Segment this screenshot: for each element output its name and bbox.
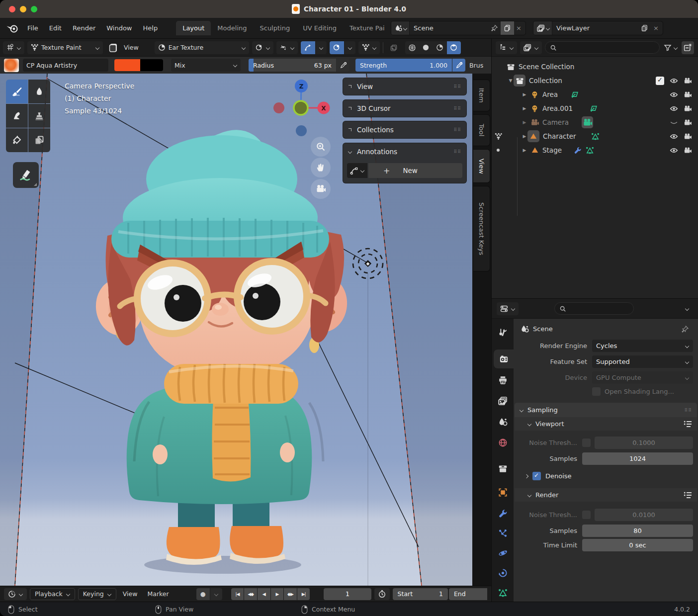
panel-annotations[interactable]: Annotations + New	[343, 143, 467, 183]
tab-item[interactable]: Item	[473, 80, 490, 111]
previous-keyframe-button[interactable]: ◀◆	[244, 588, 257, 600]
frame-end-field[interactable]: End	[449, 588, 487, 600]
minimize-window-button[interactable]	[20, 6, 26, 12]
snap-toggle-button[interactable]	[301, 41, 315, 54]
pin-icon[interactable]	[681, 325, 689, 333]
outliner-filter-button[interactable]	[663, 44, 679, 52]
shading-rendered-button[interactable]	[447, 41, 461, 54]
pan-button[interactable]	[311, 158, 331, 177]
outliner-row-scene-collection[interactable]: Scene Collection	[492, 60, 698, 74]
mode-dropdown[interactable]: Texture Paint	[27, 41, 103, 54]
workspace-tab-uv-editing[interactable]: UV Editing	[296, 21, 343, 35]
brush-preview-thumbnail[interactable]	[4, 59, 19, 72]
brush-falloff-dropdown[interactable]	[358, 41, 380, 54]
render-visibility-icon[interactable]	[684, 90, 692, 99]
render-noise-value[interactable]: 0.0100	[595, 509, 693, 521]
menu-help[interactable]: Help	[138, 22, 164, 34]
camera-view-button[interactable]	[311, 179, 331, 199]
brush-panel-label[interactable]: Brus	[469, 62, 483, 69]
snap-options-button[interactable]	[316, 41, 327, 54]
new-collection-button[interactable]	[682, 41, 694, 54]
panel-grip-icon[interactable]	[454, 127, 461, 132]
tab-render-properties[interactable]	[494, 350, 514, 368]
proportional-options-button[interactable]	[345, 41, 355, 54]
playback-menu[interactable]: Playback	[30, 588, 75, 600]
view-menu[interactable]: View	[124, 44, 139, 51]
hidden-eye-closed-icon[interactable]	[670, 118, 678, 127]
properties-options-icon[interactable]	[685, 307, 689, 311]
radius-pressure-button[interactable]	[337, 59, 349, 72]
presets-list-icon[interactable]	[684, 491, 692, 499]
outliner-filter-id-dropdown[interactable]	[520, 41, 542, 54]
overlays-toggle-button[interactable]	[386, 41, 401, 54]
disclosure-closed-icon[interactable]: ▶	[522, 148, 527, 153]
tab-world-properties[interactable]	[492, 433, 514, 452]
render-visibility-icon[interactable]	[684, 77, 692, 85]
outliner-display-dropdown[interactable]	[496, 41, 517, 54]
tab-particle-properties[interactable]	[492, 524, 514, 542]
sampling-panel-header[interactable]: Sampling	[515, 403, 697, 417]
panel-view[interactable]: View	[343, 78, 467, 95]
outliner-row-character[interactable]: ▶ Character	[492, 129, 698, 143]
play-button[interactable]: ▶	[271, 588, 284, 600]
texture-slot-dropdown[interactable]: Ear Texture	[155, 41, 249, 54]
hide-eye-icon[interactable]	[670, 90, 678, 99]
tab-tool-properties[interactable]	[492, 323, 514, 342]
menu-edit[interactable]: Edit	[44, 22, 67, 34]
occlusion-dropdown[interactable]	[276, 41, 298, 54]
tab-constraint-properties[interactable]	[492, 563, 514, 582]
zoom-window-button[interactable]	[31, 6, 37, 12]
properties-editor-type-button[interactable]	[497, 302, 519, 315]
hide-eye-icon[interactable]	[670, 104, 678, 113]
jump-to-end-button[interactable]: ▶|	[297, 588, 310, 600]
denoise-checkbox[interactable]	[532, 472, 541, 480]
frame-start-field[interactable]: Start1	[393, 588, 448, 600]
tab-output-properties[interactable]	[492, 370, 514, 389]
tab-object-properties[interactable]	[492, 483, 514, 502]
tab-physics-properties[interactable]	[492, 543, 514, 562]
unlink-scene-icon[interactable]: ×	[514, 24, 525, 32]
editor-type-button[interactable]	[3, 41, 24, 54]
viewport-samples-value[interactable]: 1024	[582, 452, 693, 465]
tab-modifier-properties[interactable]	[492, 504, 514, 523]
disclosure-closed-icon[interactable]: ▶	[522, 106, 527, 111]
use-preview-range-button[interactable]	[374, 588, 390, 600]
menu-render[interactable]: Render	[67, 22, 101, 34]
current-frame-field[interactable]: 1	[324, 588, 371, 600]
fill-tool[interactable]	[6, 128, 28, 152]
radius-slider[interactable]: Radius63 px	[249, 59, 336, 72]
disclosure-open-icon[interactable]: ▼	[508, 78, 514, 83]
remove-viewlayer-icon[interactable]: ×	[651, 24, 663, 32]
strength-pressure-button[interactable]	[452, 59, 465, 72]
strength-slider[interactable]: Strength1.000	[355, 59, 452, 72]
workspace-tab-modeling[interactable]: Modeling	[211, 21, 253, 35]
draw-brush-tool[interactable]	[6, 80, 28, 103]
workspace-tab-sculpting[interactable]: Sculpting	[253, 21, 296, 35]
collection-checkbox[interactable]: ✓	[656, 77, 664, 85]
mask-tool[interactable]	[28, 128, 50, 152]
denoise-row[interactable]: Denoise	[514, 472, 693, 480]
hide-eye-icon[interactable]	[670, 146, 678, 155]
disclosure-closed-icon[interactable]: ▶	[522, 134, 527, 139]
render-visibility-icon[interactable]	[684, 104, 692, 113]
new-annotation-button[interactable]: + New	[368, 163, 462, 178]
render-samples-value[interactable]: 80	[582, 525, 693, 537]
primary-color-swatch[interactable]	[114, 59, 140, 71]
tab-scene-properties[interactable]	[492, 412, 514, 431]
render-visibility-icon[interactable]	[684, 132, 692, 141]
keying-menu[interactable]: Keying	[78, 588, 116, 600]
render-noise-checkbox[interactable]	[582, 511, 591, 519]
clone-tool[interactable]	[28, 104, 50, 128]
panel-grip-icon[interactable]	[454, 149, 461, 154]
panel-grip-icon[interactable]	[685, 408, 692, 413]
next-keyframe-button[interactable]: ◆▶	[284, 588, 297, 600]
auto-keying-record-button[interactable]: ●	[196, 588, 210, 600]
render-engine-dropdown[interactable]: Cycles	[592, 340, 693, 352]
osl-checkbox[interactable]	[592, 387, 601, 396]
disclosure-closed-icon[interactable]: ▶	[522, 120, 527, 125]
soften-tool[interactable]	[28, 80, 50, 103]
hide-eye-icon[interactable]	[670, 132, 678, 141]
viewlayer-name[interactable]: ViewLayer	[552, 24, 638, 32]
render-visibility-icon[interactable]	[684, 118, 692, 127]
smear-tool[interactable]	[6, 104, 28, 128]
